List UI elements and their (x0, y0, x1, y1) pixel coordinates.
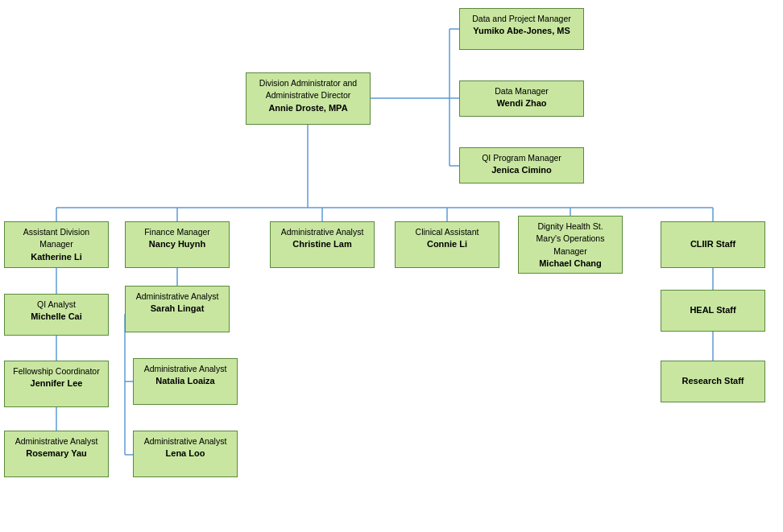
node-connie-title: Clinical Assistant (416, 227, 479, 237)
node-wendi: Data Manager Wendi Zhao (459, 80, 584, 117)
node-christine-name: Christine Lam (292, 239, 351, 249)
node-rosemary-title: Administrative Analyst (15, 436, 98, 446)
node-jennifer: Fellowship Coordinator Jennifer Lee (4, 361, 109, 407)
node-research: Research Staff (661, 361, 765, 402)
node-katherine-title: Assistant Division Manager (23, 227, 89, 249)
node-michelle-name: Michelle Cai (31, 311, 82, 321)
node-sarah: Administrative Analyst Sarah Lingat (125, 286, 230, 332)
node-jenica-name: Jenica Cimino (491, 165, 552, 175)
node-jenica-title: QI Program Manager (482, 153, 561, 163)
node-lena-title: Administrative Analyst (144, 436, 227, 446)
node-katherine-name: Katherine Li (31, 252, 82, 262)
node-research-name: Research Staff (682, 375, 744, 387)
node-connie: Clinical Assistant Connie Li (395, 221, 499, 268)
node-jenica: QI Program Manager Jenica Cimino (459, 147, 584, 184)
node-cliir-name: CLIIR Staff (690, 238, 735, 250)
node-cliir: CLIIR Staff (661, 221, 765, 268)
node-michelle: QI Analyst Michelle Cai (4, 294, 109, 336)
node-natalia: Administrative Analyst Natalia Loaiza (133, 358, 238, 405)
node-sarah-name: Sarah Lingat (151, 303, 205, 313)
node-rosemary-name: Rosemary Yau (26, 448, 87, 458)
node-heal-name: HEAL Staff (690, 304, 735, 316)
node-christine: Administrative Analyst Christine Lam (270, 221, 375, 268)
node-yumiko-title: Data and Project Manager (472, 14, 571, 23)
node-rosemary: Administrative Analyst Rosemary Yau (4, 431, 109, 477)
node-natalia-name: Natalia Loaiza (155, 376, 214, 386)
node-heal: HEAL Staff (661, 290, 765, 332)
org-chart: Division Administrator and Administrativ… (0, 0, 783, 532)
node-katherine: Assistant Division Manager Katherine Li (4, 221, 109, 268)
node-wendi-title: Data Manager (495, 86, 549, 96)
node-wendi-name: Wendi Zhao (496, 98, 546, 108)
node-nancy-title: Finance Manager (144, 227, 210, 237)
node-natalia-title: Administrative Analyst (144, 364, 227, 373)
node-christine-title: Administrative Analyst (281, 227, 364, 237)
node-annie: Division Administrator and Administrativ… (246, 72, 371, 125)
node-lena-name: Lena Loo (166, 448, 205, 458)
node-jennifer-title: Fellowship Coordinator (13, 366, 99, 376)
node-yumiko: Data and Project Manager Yumiko Abe-Jone… (459, 8, 584, 50)
node-nancy-name: Nancy Huynh (149, 239, 205, 249)
node-sarah-title: Administrative Analyst (136, 291, 219, 301)
node-annie-name: Annie Droste, MPA (268, 103, 347, 113)
node-annie-title: Division Administrator and Administrativ… (259, 78, 357, 100)
node-yumiko-name: Yumiko Abe-Jones, MS (473, 26, 570, 35)
node-lena: Administrative Analyst Lena Loo (133, 431, 238, 477)
node-michael-title: Dignity Health St. Mary's Operations Man… (536, 221, 605, 256)
node-michael: Dignity Health St. Mary's Operations Man… (518, 216, 623, 274)
node-jennifer-name: Jennifer Lee (31, 378, 83, 388)
node-michael-name: Michael Chang (539, 258, 602, 268)
node-michelle-title: QI Analyst (37, 299, 76, 309)
node-nancy: Finance Manager Nancy Huynh (125, 221, 230, 268)
node-connie-name: Connie Li (427, 239, 467, 249)
